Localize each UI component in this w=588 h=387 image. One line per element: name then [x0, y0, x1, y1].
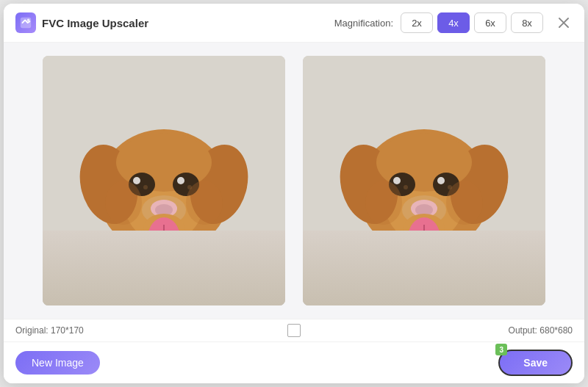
svg-point-23	[105, 181, 142, 225]
compare-icon	[287, 324, 301, 337]
svg-point-13	[177, 177, 184, 184]
magnification-controls: 2x 4x 6x 8x	[401, 12, 543, 33]
svg-point-14	[143, 185, 148, 189]
mag-2x-button[interactable]: 2x	[401, 12, 433, 33]
original-info: Original: 170*170	[15, 325, 84, 336]
save-badge: 3	[495, 344, 507, 355]
mag-4x-button[interactable]: 4x	[437, 12, 470, 33]
svg-point-47	[446, 181, 483, 225]
new-image-button[interactable]: New Image	[15, 351, 100, 375]
svg-point-1	[27, 19, 30, 22]
svg-point-22	[123, 243, 204, 305]
output-info: Output: 680*680	[509, 325, 573, 336]
svg-rect-26	[303, 239, 545, 305]
svg-rect-3	[43, 239, 285, 305]
svg-point-43	[408, 217, 440, 258]
output-image-panel	[303, 56, 545, 305]
save-section: 3 Save	[498, 350, 573, 376]
svg-point-20	[148, 217, 180, 258]
svg-point-27	[351, 217, 498, 305]
close-button[interactable]	[555, 14, 573, 32]
svg-point-37	[404, 185, 408, 189]
status-bar: Original: 170*170 Output: 680*680	[4, 319, 584, 341]
bottom-bar: New Image 3 Save	[4, 341, 584, 383]
original-image-panel	[43, 56, 285, 305]
svg-point-36	[437, 177, 445, 184]
svg-point-35	[393, 177, 401, 184]
app-title: FVC Image Upscaler	[42, 17, 148, 29]
app-logo	[15, 12, 36, 33]
title-bar: FVC Image Upscaler Magnification: 2x 4x …	[4, 4, 584, 43]
app-window: FVC Image Upscaler Magnification: 2x 4x …	[4, 4, 584, 383]
svg-point-12	[133, 177, 140, 184]
svg-point-24	[186, 181, 223, 225]
svg-point-4	[90, 217, 237, 305]
mag-8x-button[interactable]: 8x	[511, 12, 543, 33]
mag-6x-button[interactable]: 6x	[474, 12, 506, 33]
original-image	[43, 56, 285, 305]
save-button[interactable]: Save	[498, 350, 573, 376]
magnification-label: Magnification:	[334, 18, 393, 29]
output-image	[303, 56, 545, 305]
main-content	[4, 43, 584, 319]
svg-point-46	[365, 181, 402, 225]
svg-point-45	[384, 243, 465, 305]
